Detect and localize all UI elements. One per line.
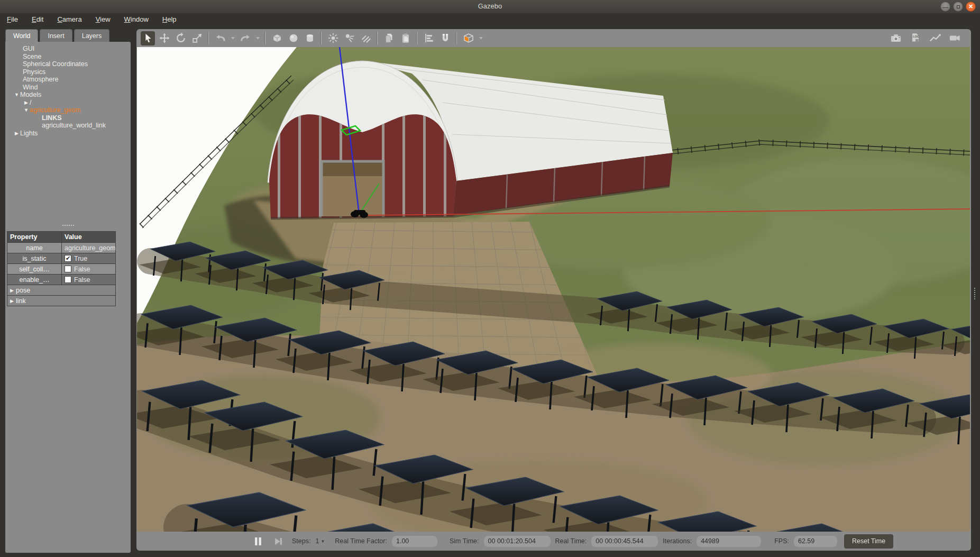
property-value[interactable]: ✔True bbox=[61, 253, 115, 263]
svg-text:LOG: LOG bbox=[913, 35, 919, 38]
translate-icon bbox=[159, 32, 170, 44]
minimize-button[interactable]: — bbox=[940, 2, 950, 12]
menu-file[interactable]: File bbox=[7, 15, 18, 23]
tree-item-scene[interactable]: Scene bbox=[5, 53, 131, 61]
toolbar-copy-button[interactable] bbox=[382, 31, 396, 45]
toolbar-separator bbox=[456, 32, 457, 44]
right-splitter-handle[interactable] bbox=[973, 287, 977, 300]
tree-item-wind[interactable]: Wind bbox=[5, 84, 131, 92]
toolbar-plot-button[interactable] bbox=[928, 31, 942, 45]
real-time-field[interactable]: 00 00:00:45.544 bbox=[591, 536, 658, 547]
menu-help[interactable]: Help bbox=[162, 15, 177, 23]
toolbar-video-record-button[interactable] bbox=[947, 31, 961, 45]
tab-insert[interactable]: Insert bbox=[40, 29, 72, 42]
toolbar-rotate-button[interactable] bbox=[173, 31, 188, 45]
toolbar-undo-menu-button[interactable] bbox=[230, 31, 236, 45]
toolbar-redo-button[interactable] bbox=[238, 31, 252, 45]
chevron-down-icon bbox=[479, 32, 483, 44]
collapsed-arrow-icon[interactable]: ▶ bbox=[13, 131, 20, 136]
tab-layers[interactable]: Layers bbox=[74, 29, 110, 42]
tree-item-physics[interactable]: Physics bbox=[5, 68, 131, 76]
close-button[interactable]: ✕ bbox=[966, 2, 976, 12]
toolbar-spot-light-button[interactable] bbox=[342, 31, 356, 45]
steps-dropdown[interactable]: 1 ▼ bbox=[315, 537, 325, 545]
panel-splitter-handle[interactable] bbox=[5, 223, 131, 227]
tree-item--[interactable]: ▶/ bbox=[5, 99, 131, 107]
checkbox-unchecked-icon[interactable] bbox=[65, 266, 71, 272]
fps-field[interactable]: 62.59 bbox=[794, 536, 837, 547]
toolbar-cylinder-button[interactable] bbox=[303, 31, 317, 45]
menu-window[interactable]: Window bbox=[124, 15, 149, 23]
tree-item-gui[interactable]: GUI bbox=[5, 45, 131, 53]
checkbox-checked-icon[interactable]: ✔ bbox=[65, 255, 71, 262]
tree-item-atmosphere[interactable]: Atmosphere bbox=[5, 76, 131, 84]
maximize-button[interactable] bbox=[953, 2, 963, 12]
property-row-pose[interactable]: ▶pose bbox=[7, 285, 115, 295]
toolbar-point-light-button[interactable] bbox=[326, 31, 340, 45]
tree-item-spherical-coordinates[interactable]: Spherical Coordinates bbox=[5, 60, 131, 68]
property-name: enable_… bbox=[7, 276, 61, 284]
toolbar-view-angle-menu-button[interactable] bbox=[478, 31, 484, 45]
tree-item-label: agriculture_geom bbox=[30, 106, 81, 114]
property-name: name bbox=[7, 244, 61, 252]
tree-item-agriculture-world-link[interactable]: agriculture_world_link bbox=[5, 122, 131, 130]
menu-camera[interactable]: Camera bbox=[57, 15, 81, 23]
property-value[interactable]: False bbox=[61, 264, 115, 274]
chevron-down-icon bbox=[231, 32, 235, 44]
step-button[interactable] bbox=[274, 537, 283, 546]
window-title: Gazebo bbox=[0, 2, 980, 10]
fps-label: FPS: bbox=[774, 537, 789, 545]
iterations-field[interactable]: 44989 bbox=[697, 536, 761, 547]
toolbar-sphere-button[interactable] bbox=[286, 31, 300, 45]
property-row-self-coll-[interactable]: self_coll…False bbox=[7, 263, 115, 274]
toolbar-snap-button[interactable] bbox=[438, 31, 452, 45]
tree-item-models[interactable]: ▼Models bbox=[5, 91, 131, 99]
property-name: is_static bbox=[7, 255, 61, 262]
titlebar: Gazebo — ✕ bbox=[0, 0, 980, 13]
toolbar-translate-button[interactable] bbox=[157, 31, 171, 45]
rtf-field[interactable]: 1.00 bbox=[392, 536, 437, 547]
toolbar-separator bbox=[265, 32, 265, 44]
toolbar-directional-light-button[interactable] bbox=[359, 31, 373, 45]
pause-button[interactable] bbox=[254, 537, 263, 546]
collapsed-arrow-icon[interactable]: ▶ bbox=[23, 100, 30, 105]
tree-item-label: agriculture_world_link bbox=[42, 122, 106, 129]
expanded-arrow-icon[interactable]: ▼ bbox=[13, 92, 20, 97]
toolbar-select-button[interactable] bbox=[141, 31, 155, 45]
menu-view[interactable]: View bbox=[96, 15, 111, 23]
property-row-name[interactable]: nameagriculture_geom bbox=[7, 242, 115, 253]
property-row-is-static[interactable]: is_static✔True bbox=[7, 253, 115, 263]
left-panel: World Insert Layers GUISceneSpherical Co… bbox=[5, 29, 131, 553]
tree-item-lights[interactable]: ▶Lights bbox=[5, 130, 131, 138]
toolbar-align-button[interactable] bbox=[422, 31, 436, 45]
tab-world[interactable]: World bbox=[5, 29, 38, 42]
toolbar-separator bbox=[417, 32, 417, 44]
property-row-link[interactable]: ▶link bbox=[7, 295, 115, 306]
toolbar-redo-menu-button[interactable] bbox=[254, 31, 261, 45]
main-container: LOG bbox=[136, 29, 971, 551]
toolbar-box-button[interactable] bbox=[270, 31, 284, 45]
box-icon bbox=[271, 32, 283, 44]
toolbar-paste-button[interactable] bbox=[398, 31, 413, 45]
toolbar-scale-button[interactable] bbox=[190, 31, 204, 45]
toolbar-view-angle-button[interactable] bbox=[461, 31, 475, 45]
collapsed-arrow-icon[interactable]: ▶ bbox=[7, 298, 16, 304]
tree-item-agriculture-geom[interactable]: ▼agriculture_geom bbox=[5, 106, 131, 114]
toolbar-log-record-button[interactable]: LOG bbox=[908, 31, 922, 45]
property-value[interactable]: agriculture_geom bbox=[61, 243, 115, 253]
collapsed-arrow-icon[interactable]: ▶ bbox=[7, 288, 16, 293]
3d-viewport[interactable] bbox=[137, 47, 970, 532]
toolbar-undo-button[interactable] bbox=[213, 31, 227, 45]
undo-icon bbox=[215, 32, 226, 44]
tree-item-links[interactable]: LINKS bbox=[5, 114, 131, 122]
property-value[interactable]: False bbox=[61, 275, 115, 285]
toolbar-screenshot-button[interactable] bbox=[889, 31, 903, 45]
property-row-enable-[interactable]: enable_…False bbox=[7, 274, 115, 285]
menu-edit[interactable]: Edit bbox=[32, 15, 43, 23]
expanded-arrow-icon[interactable]: ▼ bbox=[23, 107, 30, 113]
real-time-label: Real Time: bbox=[555, 537, 587, 545]
sim-time-field[interactable]: 00 00:01:20.504 bbox=[484, 536, 551, 547]
reset-time-button[interactable]: Reset Time bbox=[844, 534, 893, 549]
checkbox-unchecked-icon[interactable] bbox=[65, 276, 71, 283]
video-record-icon bbox=[948, 32, 961, 44]
